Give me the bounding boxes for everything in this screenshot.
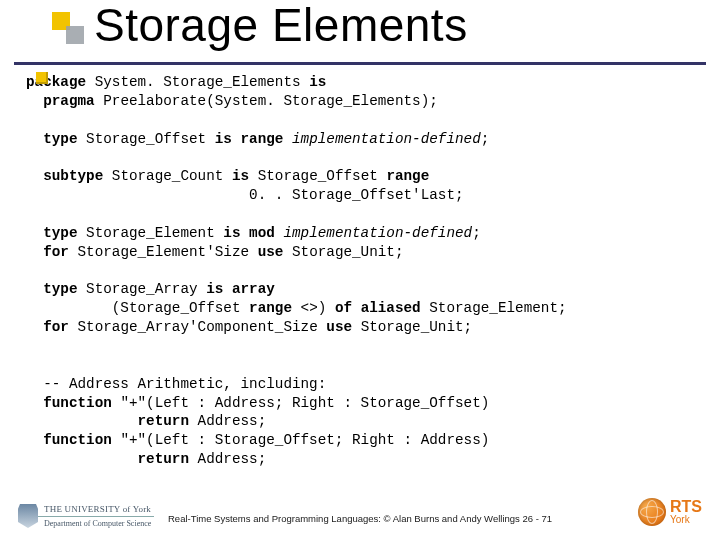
university-name: THE UNIVERSITY of York xyxy=(18,504,154,517)
rts-logo-text-big: RTS xyxy=(670,499,702,515)
rts-logo-text-small: York xyxy=(670,515,702,525)
bullet-icon xyxy=(36,72,48,84)
slide-credit: Real-Time Systems and Programming Langua… xyxy=(168,513,610,524)
title-bar: Storage Elements xyxy=(14,0,706,65)
rts-logo: RTS York xyxy=(638,498,702,526)
decor-square-gray xyxy=(66,26,84,44)
footer: THE UNIVERSITY of York Department of Com… xyxy=(0,486,720,534)
department-name: Department of Computer Science xyxy=(18,517,154,528)
university-logo: THE UNIVERSITY of York Department of Com… xyxy=(18,504,154,528)
code-block: package System. Storage_Elements is prag… xyxy=(0,65,720,469)
slide-title: Storage Elements xyxy=(94,0,468,52)
globe-icon xyxy=(638,498,666,526)
